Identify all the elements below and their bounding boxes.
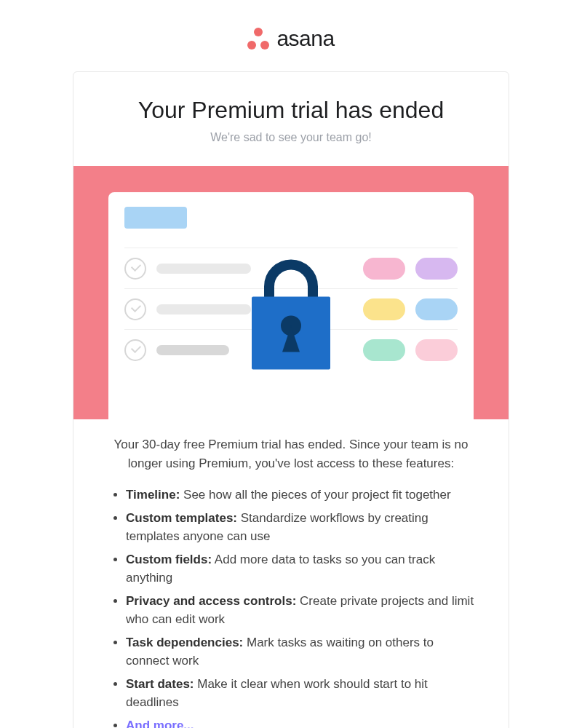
- mock-tab: [124, 207, 187, 229]
- check-circle-icon: [124, 339, 146, 361]
- card-header: Your Premium trial has ended We're sad t…: [73, 72, 509, 166]
- mock-text-bar: [156, 264, 251, 274]
- list-item: And more...: [126, 716, 479, 729]
- list-item: Timeline: See how all the pieces of your…: [126, 486, 479, 505]
- mock-pill: [363, 258, 405, 280]
- feature-label: Start dates:: [126, 677, 194, 691]
- list-item: Start dates: Make it clear when work sho…: [126, 675, 479, 712]
- mock-text-bar: [156, 345, 229, 355]
- email-card: Your Premium trial has ended We're sad t…: [73, 71, 509, 728]
- mock-text-bar: [156, 304, 251, 314]
- and-more-link[interactable]: And more...: [126, 719, 194, 729]
- mock-pill: [363, 298, 405, 320]
- feature-desc: See how all the pieces of your project f…: [180, 488, 450, 502]
- list-item: Custom fields: Add more data to tasks so…: [126, 550, 479, 587]
- check-circle-icon: [124, 298, 146, 320]
- mock-pill: [415, 298, 458, 320]
- feature-label: Timeline:: [126, 488, 180, 502]
- feature-label: Task dependencies:: [126, 636, 243, 649]
- asana-logo: asana: [247, 26, 334, 51]
- asana-wordmark: asana: [276, 26, 334, 51]
- mock-pill: [415, 339, 458, 361]
- page-title: Your Premium trial has ended: [91, 97, 491, 124]
- list-item: Privacy and access controls: Create priv…: [126, 592, 479, 629]
- feature-list: Timeline: See how all the pieces of your…: [73, 472, 509, 728]
- list-item: Task dependencies: Mark tasks as waiting…: [126, 633, 479, 670]
- mock-app-panel: [108, 192, 474, 419]
- feature-label: Privacy and access controls:: [126, 594, 296, 608]
- page-header: asana: [0, 0, 582, 71]
- intro-text: Your 30-day free Premium trial has ended…: [73, 419, 509, 472]
- mock-pill: [415, 258, 458, 280]
- hero-illustration: [73, 166, 509, 419]
- lock-icon: [240, 250, 342, 376]
- asana-logo-icon: [247, 28, 269, 50]
- list-item: Custom templates: Standardize workflows …: [126, 509, 479, 546]
- mock-pill: [363, 339, 405, 361]
- feature-label: Custom fields:: [126, 553, 212, 566]
- page-subtitle: We're sad to see your team go!: [91, 131, 491, 144]
- feature-label: Custom templates:: [126, 511, 237, 525]
- check-circle-icon: [124, 258, 146, 280]
